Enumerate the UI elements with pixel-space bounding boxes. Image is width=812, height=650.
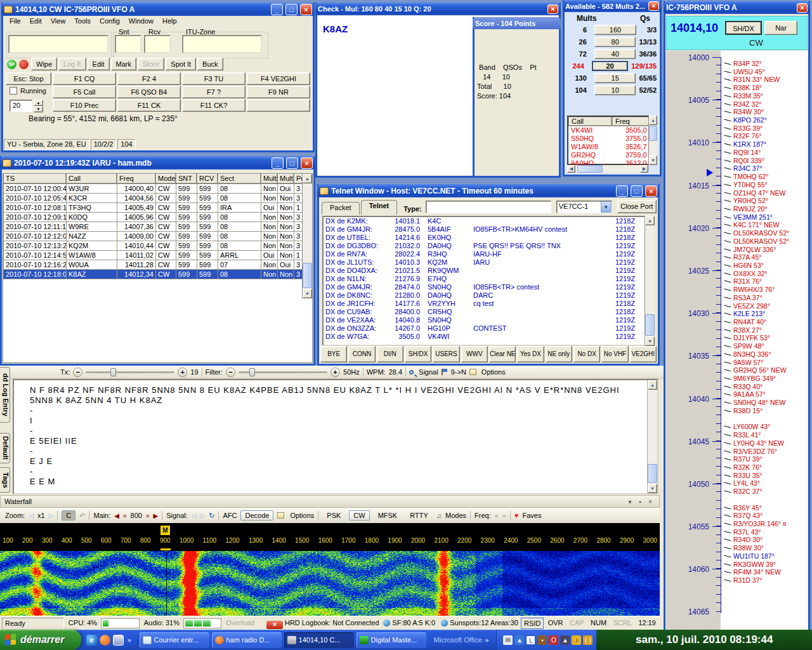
menu-item[interactable]: Edit [26, 17, 46, 26]
band-button[interactable]: 160 [594, 25, 636, 35]
bandmap-spot[interactable]: RN4AT 40° [724, 318, 789, 326]
fkey-button[interactable]: F5 Call [53, 86, 116, 98]
bandmap-spot[interactable]: R33M 35° [724, 92, 789, 100]
telnet-command-button[interactable]: Yes DX [517, 346, 544, 362]
scroll-down-icon[interactable]: ▼ [649, 156, 657, 165]
toolbar-button[interactable]: Edit [88, 58, 110, 70]
undo-icon[interactable]: ↶ [79, 512, 85, 520]
available-spot-row[interactable]: GR2HQ3759,0 [568, 151, 656, 159]
tab-add-log-entry[interactable]: dd Log Entry [0, 367, 10, 423]
type-input[interactable] [426, 201, 551, 213]
zoom-left-icon[interactable]: ◁ [29, 512, 34, 519]
bandmap-spot[interactable]: R37A 45° [724, 253, 789, 262]
scroll-down-icon[interactable]: ▼ [648, 484, 657, 493]
bandmap-spot[interactable]: R34C 37° [724, 164, 789, 173]
fkey-button[interactable]: F1 CQ [53, 72, 116, 85]
bandmap-spot[interactable]: RS3A 37° [724, 294, 789, 302]
dx-spot-line[interactable]: DX de N1LN: 21276.9 E7HQ 1219Z [324, 275, 653, 283]
bandmap-spot[interactable]: OL50KRASOV 52° [724, 229, 789, 237]
bandmap-spot[interactable]: R31N 33° NEW [724, 76, 789, 84]
close-button[interactable]: × [797, 3, 808, 13]
telnet-command-button[interactable]: WWV [461, 346, 488, 362]
dx-spot-line[interactable]: DX de GM4JR: 28474.0 SN0HQ IO85FB<TR> co… [324, 283, 653, 291]
bandmap-spot[interactable]: R37Q 43° [724, 512, 789, 520]
bandmap-spot[interactable]: DJ1YFK 53° [724, 334, 789, 342]
menu-item[interactable]: View [47, 17, 70, 26]
fkey-button[interactable]: F2 4 [117, 72, 181, 85]
scroll-up-icon[interactable]: ▲ [648, 380, 657, 390]
bandmap-spot[interactable]: JM7QLW 336° [724, 246, 789, 254]
available-spot-row[interactable]: W1AW/83526,7 [568, 143, 656, 151]
c-button[interactable]: C [62, 510, 75, 521]
bandmap-spot[interactable]: LY600W 43° [724, 423, 789, 431]
telnet-command-button[interactable]: CONN [348, 346, 375, 362]
device-tray-icon[interactable]: ▪ [537, 635, 547, 645]
radio-tray-icon[interactable]: (·) [583, 635, 593, 645]
log-column-header[interactable]: Mode [156, 174, 176, 183]
bandmap-spot[interactable]: R32C 37° [724, 488, 789, 496]
log-row[interactable]: 2010-07-10 12:09:1K0DQ14005,96 CW599599 … [4, 212, 304, 222]
minimize-button[interactable]: _ [272, 157, 284, 169]
log-column-header[interactable]: SNT [176, 174, 197, 183]
bandmap-spot[interactable]: R31X 76° [724, 277, 789, 286]
fkey-button[interactable]: F4 VE2GHI [247, 72, 310, 85]
bandmap-spot[interactable]: R37U 39° [724, 455, 789, 463]
taskbar-task[interactable]: ham radio D... [212, 632, 282, 648]
freq-back-icon[interactable]: « [495, 512, 499, 519]
bandmap-spot[interactable]: RQ0I 339° [724, 157, 789, 165]
log-column-header[interactable]: Mult [278, 174, 294, 183]
bandmap-spot[interactable]: R34Z 32° [724, 100, 789, 109]
taskbar-clock[interactable]: sam., 10 juil. 2010 08:19:44 [596, 630, 812, 650]
rcv-input[interactable] [144, 35, 171, 53]
check-titlebar[interactable]: Check - Mul: 160 80 40 15 10 Q: 20 × [315, 3, 561, 15]
rsid-toggle[interactable]: RSID [521, 618, 544, 629]
bandmap-spot[interactable]: R34W 30° [724, 108, 789, 116]
telnet-command-button[interactable]: DI/N [377, 346, 403, 362]
main-prev-icon[interactable]: ◀ [114, 512, 119, 519]
tab-tags[interactable]: Tags [0, 467, 10, 493]
scroll-down-icon[interactable]: ▼ [303, 289, 312, 298]
bandmap-spot[interactable]: RK3GWW 39° [724, 560, 789, 569]
available-vscrollbar[interactable]: ▲ ▼ [648, 116, 657, 165]
close-button[interactable]: × [300, 4, 312, 15]
call-column-header[interactable]: Call [568, 117, 612, 126]
bandmap-spot[interactable]: OL50KRASOV 52° [724, 237, 789, 246]
bandmap-spot[interactable]: RQ9I 14° [724, 149, 789, 157]
log-titlebar[interactable]: 2010-07-10 12:19:43Z IARU - ham.mdb _ □ … [0, 156, 315, 169]
stop-indicator[interactable] [19, 60, 29, 69]
filter-minus-button[interactable]: − [226, 368, 235, 377]
taskbar-task[interactable]: Courrier entr... [140, 632, 209, 648]
mode-button[interactable]: CW [349, 510, 369, 521]
bandmap-spot[interactable]: R33Q 40° [724, 383, 789, 391]
telnet-command-button[interactable]: SH/DX [405, 346, 431, 362]
afc-button[interactable]: AFC [223, 512, 237, 519]
bandmap-spot[interactable]: RW9JZ 20° [724, 205, 789, 213]
tab-default[interactable]: Default [0, 433, 10, 463]
log-column-header[interactable]: RCV [197, 174, 218, 183]
menu-item[interactable]: Window [125, 17, 157, 26]
decode-button[interactable]: Decode [240, 510, 273, 521]
volume-tray-icon[interactable]: ♪ [572, 635, 581, 645]
bandmap-spot[interactable]: R33U 35° [724, 472, 789, 480]
waterfall-display[interactable]: M 10020030040050060070080090010001100120… [0, 523, 660, 616]
bandmap-spot[interactable]: R38X 27° [724, 326, 789, 335]
telnet-command-button[interactable]: No VHF [601, 346, 628, 362]
menu-item[interactable]: Config [96, 17, 124, 26]
signal-left-icon[interactable]: ◁ [192, 512, 197, 519]
telnet-tab[interactable]: Telnet [361, 200, 398, 215]
bandmap-spot[interactable]: K2LE 213° [724, 310, 789, 318]
telnet-titlebar[interactable]: Telnet Window - Host: VE7CC.NET - Timeou… [317, 184, 660, 197]
maximize-button[interactable]: □ [285, 4, 298, 15]
decode-scrollbar[interactable]: ▲ ▼ [647, 380, 657, 493]
scroll-thumb[interactable] [645, 314, 655, 336]
bandmap-spot[interactable]: RW6HX/3 76° [724, 286, 789, 294]
bandmap-spot[interactable]: WU1ITU 187° [724, 552, 789, 560]
bandmap-spot[interactable]: RF4M 34° NEW [724, 568, 789, 576]
log-row[interactable]: 2010-07-10 12:00:4W3UR14000,40 CW599599 … [4, 183, 304, 193]
bandmap-spot[interactable]: R38K 18° [724, 84, 789, 92]
bandmap-spot[interactable]: K4C 171° NEW [724, 221, 789, 229]
chevron-icon[interactable]: » [126, 637, 133, 644]
fkey-button[interactable] [247, 99, 310, 112]
close-button[interactable]: × [645, 185, 657, 197]
zoom-right-icon[interactable]: ▷ [49, 512, 54, 519]
